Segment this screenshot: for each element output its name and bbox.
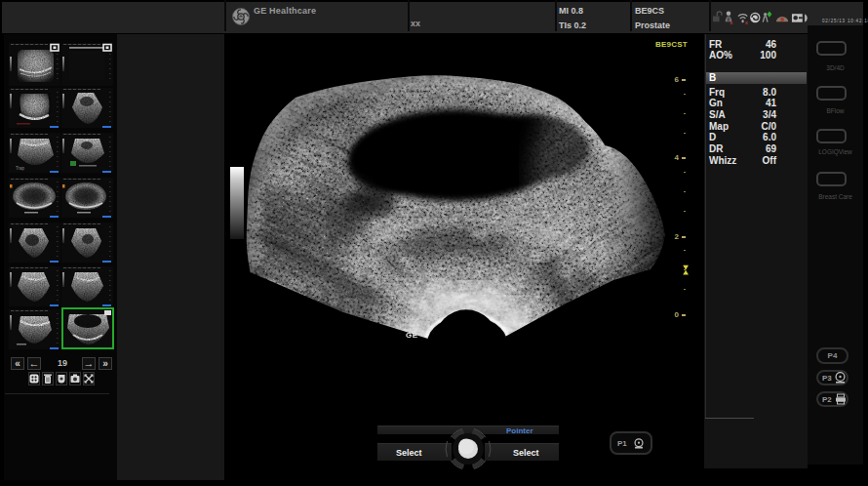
- svg-text:Trap: Trap: [16, 166, 25, 171]
- svg-text:x: x: [745, 20, 749, 25]
- svg-text:GE: GE: [406, 331, 418, 340]
- svg-text:x: x: [730, 20, 733, 25]
